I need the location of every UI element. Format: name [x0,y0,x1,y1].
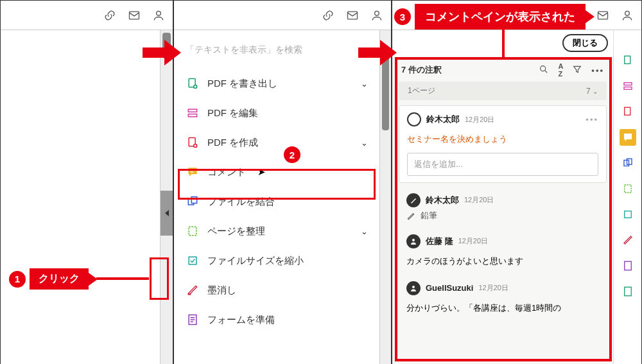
edit-icon[interactable] [620,78,636,94]
svg-rect-0 [130,12,139,19]
mail-icon[interactable] [595,8,611,23]
person-icon[interactable] [151,8,166,23]
optimize-icon[interactable] [620,206,636,223]
organize-icon [186,224,200,238]
callout-1-connector [96,277,149,280]
chevron-down-icon: ⌄ [361,79,368,89]
comment-user: 佐藤 隆 [426,236,453,247]
comment-user: 鈴木太郎 [426,195,459,206]
comment-item[interactable]: 鈴木太郎 12月20日 鉛筆 [399,189,607,225]
reply-input[interactable]: 返信を追加... [407,153,598,176]
panel-3-comments: 閉じる 7 件の注釈 AZ ••• 1ページ 7 ⌄ [392,0,642,364]
tool-form[interactable]: フォームを準備 [174,305,379,334]
scrollbar[interactable] [160,30,173,364]
tool-organize[interactable]: ページを整理 ⌄ [174,216,379,246]
tool-label: PDF を書き出し [207,78,277,90]
svg-rect-11 [191,197,196,204]
more-tool-icon[interactable] [620,283,636,300]
search-icon[interactable] [539,64,549,76]
svg-rect-7 [188,114,196,117]
edit-icon [186,106,200,120]
link-icon[interactable] [102,8,117,23]
expand-handle[interactable] [160,191,173,236]
arrow-1-to-2 [143,39,181,69]
svg-rect-30 [624,261,631,270]
callout-number-2: 2 [284,146,300,163]
svg-point-1 [157,11,161,15]
svg-rect-28 [624,185,631,193]
reply-placeholder: 返信を追加... [414,159,463,169]
comment-more-icon[interactable]: ••• [586,115,598,125]
comment-date: 12月20日 [458,236,488,246]
filter-icon[interactable] [572,64,582,76]
tool-label: ページを整理 [207,225,265,238]
tool-list: PDF を書き出し ⌄ PDF を編集 PDF を作成 [174,60,379,334]
document-area [1,30,160,364]
scrollbar[interactable] [379,30,391,364]
tool-label: PDF を編集 [207,107,258,119]
comment-body: 分かりづらい。「各講座は、毎週1時間の [406,302,599,315]
page-strip[interactable]: 1ページ 7 ⌄ [399,82,607,100]
comment-icon[interactable] [620,129,636,146]
organize-icon[interactable] [620,180,636,197]
mail-icon[interactable] [126,8,142,23]
comments-count-label: 7 件の注釈 [401,64,442,76]
chevron-down-icon: ⌄ [593,88,598,95]
mail-icon[interactable] [345,8,360,23]
redact-icon[interactable] [620,232,636,248]
panel-1-toolbar [1,1,173,30]
close-button[interactable]: 閉じる [562,34,608,52]
tool-label: PDF を作成 [207,137,258,149]
comment-body: セミナー名を決めましょう [407,133,598,146]
create-icon [186,135,200,150]
link-icon[interactable] [320,8,336,23]
create-icon[interactable] [620,103,636,120]
svg-rect-26 [624,160,629,166]
tool-create-pdf[interactable]: PDF を作成 ⌄ [174,128,379,157]
person-avatar-icon [406,281,421,295]
svg-rect-29 [624,211,631,218]
callout-number-1: 1 [9,271,26,288]
callout-3-connector [502,26,505,58]
export-icon[interactable] [620,52,636,69]
comment-date: 12月20日 [464,195,494,205]
chevron-down-icon: ⌄ [361,138,368,148]
person-icon[interactable] [620,8,635,23]
tool-optimize[interactable]: ファイルサイズを縮小 [174,246,379,275]
tool-export-pdf[interactable]: PDF を書き出し ⌄ [174,69,379,98]
comment-icon [186,165,200,179]
close-label: 閉じる [573,38,598,48]
comment-date: 12月20日 [478,283,508,293]
svg-rect-22 [624,56,630,64]
tool-label: コメント [207,166,246,178]
callout-label-1: クリック [30,268,89,290]
callout-3: 3 コメントペインが表示された [394,4,586,30]
svg-point-20 [412,239,415,241]
combine-icon[interactable] [620,155,636,171]
person-avatar-icon [406,234,421,248]
svg-point-17 [625,11,630,15]
comment-user: GuellSuzuki [426,283,473,293]
person-icon[interactable] [369,8,385,23]
tool-redact[interactable]: 墨消し [174,275,379,305]
callout-number-3: 3 [394,8,411,25]
chevron-down-icon: ⌄ [361,227,368,236]
comment-user: 鈴木太郎 [426,114,460,125]
tool-combine[interactable]: ファイルを結合 [174,187,379,216]
svg-rect-14 [188,293,191,295]
comment-item[interactable]: GuellSuzuki 12月20日 分かりづらい。「各講座は、毎週1時間の [399,277,607,319]
tool-comment[interactable]: コメント ➤ [174,157,379,187]
form-icon[interactable] [620,257,636,274]
sort-icon[interactable]: AZ [558,62,563,78]
svg-rect-12 [189,227,196,235]
svg-point-18 [541,65,546,71]
comment-card[interactable]: 鈴木太郎 12月20日 ••• セミナー名を決めましょう 返信を追加... [399,105,607,183]
comment-item[interactable]: 佐藤 隆 12月20日 カメラのほうがよいと思います [399,230,607,272]
search-input[interactable]: 「テキストを非表示」を検索 [174,34,379,60]
comment-date: 12月20日 [465,115,494,125]
svg-rect-31 [624,287,631,296]
callout-1: 1 クリック [9,268,89,290]
search-placeholder: 「テキストを非表示」を検索 [186,44,302,55]
more-icon[interactable]: ••• [591,65,604,75]
tool-edit-pdf[interactable]: PDF を編集 [174,98,379,128]
